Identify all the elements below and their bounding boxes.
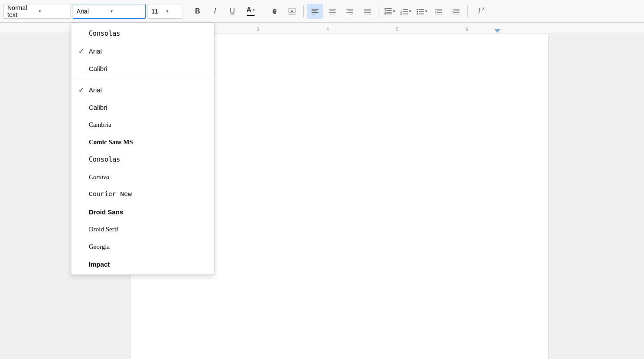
bulleted-list-icon xyxy=(416,8,424,15)
font-item-calibri-recent[interactable]: Calibri xyxy=(71,60,214,77)
align-left-icon xyxy=(311,8,319,14)
align-center-icon xyxy=(329,8,336,14)
line-spacing-arrow: ▾ xyxy=(393,9,395,14)
divider-3 xyxy=(303,5,304,17)
style-dropdown[interactable]: Normal text ▾ xyxy=(3,4,71,19)
align-right-button[interactable] xyxy=(342,4,358,19)
font-item-droidserif[interactable]: Droid Serif xyxy=(71,220,214,238)
font-name-calibri-recent: Calibri xyxy=(89,65,207,72)
clear-format-button[interactable]: I ✕ xyxy=(471,4,487,19)
underline-button[interactable]: U xyxy=(225,4,240,19)
ruler-num-3: 3 xyxy=(257,27,259,32)
numbered-list-button[interactable]: 1. 2. 3. ▾ xyxy=(399,4,413,19)
font-color-arrow: ▾ xyxy=(253,8,255,12)
link-button[interactable] xyxy=(267,4,282,19)
font-name-droidserif: Droid Serif xyxy=(89,226,207,233)
justify-button[interactable] xyxy=(359,4,375,19)
font-label: Arial xyxy=(77,8,108,15)
align-center-button[interactable] xyxy=(325,4,340,19)
size-dropdown[interactable]: 11 ▾ xyxy=(148,4,182,19)
line-spacing-icon xyxy=(384,8,392,15)
font-item-calibri[interactable]: Calibri xyxy=(71,98,214,116)
font-item-cambria[interactable]: Cambria xyxy=(71,116,214,133)
font-dropdown[interactable]: Arial ▾ xyxy=(73,4,146,19)
ruler-num-4: 4 xyxy=(326,27,329,32)
font-item-arial[interactable]: ✓ Arial xyxy=(71,81,214,98)
increase-indent-button[interactable] xyxy=(448,4,464,19)
ruler-num-5: 5 xyxy=(396,27,399,32)
numbered-list-arrow: ▾ xyxy=(409,9,411,14)
font-item-consolas-recent[interactable]: Consolas xyxy=(71,25,214,42)
font-item-comic[interactable]: Comic Sans MS xyxy=(71,133,214,151)
svg-point-32 xyxy=(417,13,418,14)
recent-fonts-section: Consolas ✓ Arial Calibri xyxy=(71,23,214,79)
font-color-letter: A xyxy=(246,6,252,14)
decrease-indent-button[interactable] xyxy=(431,4,446,19)
font-arrow: ▾ xyxy=(111,9,142,14)
size-arrow: ▾ xyxy=(166,9,178,14)
font-item-arial-recent[interactable]: ✓ Arial xyxy=(71,42,214,60)
line-spacing-button[interactable]: ▾ xyxy=(382,4,397,19)
font-name-droidsans: Droid Sans xyxy=(89,208,207,216)
font-name-arial: Arial xyxy=(89,86,207,94)
align-right-icon xyxy=(346,8,354,14)
increase-indent-icon xyxy=(452,8,460,14)
clear-format-italic: I xyxy=(478,7,480,16)
font-item-droidsans[interactable]: Droid Sans xyxy=(71,203,214,220)
font-name-comic: Comic Sans MS xyxy=(89,139,207,146)
font-name-corsiva: Corsiva xyxy=(89,173,207,181)
bulleted-list-arrow: ▾ xyxy=(425,9,427,14)
check-arial: ✓ xyxy=(78,86,89,94)
svg-rect-2 xyxy=(288,14,295,15)
link-icon xyxy=(270,8,279,14)
size-label: 11 xyxy=(151,8,164,15)
all-fonts-section: ✓ Arial Calibri Cambria Comic Sans MS Co… xyxy=(71,79,214,274)
highlight-button[interactable]: A xyxy=(284,4,300,19)
font-name-consolas: Consolas xyxy=(89,156,207,163)
font-item-consolas[interactable]: Consolas xyxy=(71,151,214,168)
font-color-button[interactable]: A ▾ xyxy=(242,4,259,19)
svg-text:3.: 3. xyxy=(400,13,402,15)
ruler-margin-marker xyxy=(494,29,500,33)
font-name-impact: Impact xyxy=(89,261,207,268)
toolbar: Normal text ▾ Arial ▾ 11 ▾ B I U A ▾ xyxy=(0,0,644,23)
divider-5 xyxy=(467,5,468,17)
bold-button[interactable]: B xyxy=(190,4,205,19)
font-color-bar xyxy=(247,15,255,16)
italic-button[interactable]: I xyxy=(207,4,223,19)
font-dropdown-popup: Consolas ✓ Arial Calibri ✓ Arial Calibri… xyxy=(71,23,215,275)
font-name-arial-recent: Arial xyxy=(89,47,207,55)
font-name-cambria: Cambria xyxy=(89,121,207,129)
highlight-icon: A xyxy=(288,7,296,15)
font-name-consolas-recent: Consolas xyxy=(89,30,207,37)
font-item-georgia[interactable]: Georgia xyxy=(71,238,214,255)
svg-text:A: A xyxy=(291,9,293,13)
font-item-corsiva[interactable]: Corsiva xyxy=(71,168,214,186)
svg-point-31 xyxy=(417,11,418,12)
font-name-courier: Courier New xyxy=(89,191,207,198)
font-name-georgia: Georgia xyxy=(89,243,207,251)
font-name-calibri: Calibri xyxy=(89,104,207,111)
numbered-list-icon: 1. 2. 3. xyxy=(400,8,408,15)
check-arial-recent: ✓ xyxy=(78,47,89,55)
divider-2 xyxy=(263,5,263,17)
svg-point-30 xyxy=(417,9,418,10)
align-left-button[interactable] xyxy=(307,4,323,19)
font-item-impact[interactable]: Impact xyxy=(71,255,214,273)
bulleted-list-button[interactable]: ▾ xyxy=(415,4,429,19)
sidebar-left xyxy=(0,34,35,359)
decrease-indent-icon xyxy=(435,8,443,14)
font-item-courier[interactable]: Courier New xyxy=(71,186,214,203)
divider-1 xyxy=(186,5,186,17)
style-arrow: ▾ xyxy=(39,9,67,14)
clear-format-x: ✕ xyxy=(482,7,485,11)
ruler-num-6: 6 xyxy=(466,27,468,32)
style-label: Normal text xyxy=(7,4,36,18)
divider-4 xyxy=(379,5,379,17)
justify-icon xyxy=(363,8,371,14)
